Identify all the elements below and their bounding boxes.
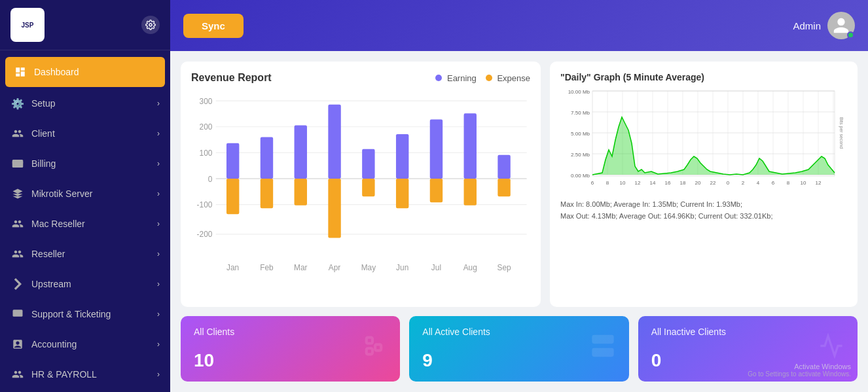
graph-stats: Max In: 8.00Mb; Average In: 1.35Mb; Curr…: [560, 199, 847, 222]
sidebar-item-setup[interactable]: ⚙️ Setup ›: [0, 88, 170, 118]
watermark-line1: Activate Windows: [748, 363, 851, 370]
svg-rect-27: [396, 179, 408, 208]
sidebar-navigation: Dashboard ⚙️ Setup › Client › Billing ›: [0, 50, 170, 392]
svg-text:20: 20: [695, 180, 701, 186]
svg-rect-25: [362, 179, 374, 196]
svg-rect-19: [261, 179, 273, 208]
svg-text:4: 4: [757, 180, 760, 186]
network-graph: 10.00 Mb 7.50 Mb 5.00 Mb 2.50 Mb 0.00 Mb…: [560, 88, 847, 296]
svg-text:6: 6: [591, 180, 594, 186]
svg-text:Jul: Jul: [431, 263, 441, 272]
sidebar-item-client[interactable]: Client ›: [0, 118, 170, 149]
content-area: Revenue Report Earning Expense: [170, 51, 868, 392]
sidebar-item-inventory[interactable]: Inventory Setup ›: [0, 389, 170, 392]
chevron-right-icon: ›: [157, 249, 160, 258]
sidebar-item-support[interactable]: Support & Ticketing ›: [0, 299, 170, 329]
svg-rect-24: [362, 149, 374, 179]
sidebar-item-label: Support & Ticketing: [31, 309, 111, 319]
svg-rect-29: [430, 179, 443, 202]
cpu-icon: [361, 333, 387, 365]
all-clients-card: All Clients 10: [181, 316, 400, 382]
expense-dot: [486, 75, 492, 81]
svg-text:10: 10: [801, 180, 806, 186]
svg-text:22: 22: [710, 180, 716, 186]
svg-text:8: 8: [606, 180, 609, 186]
sidebar-item-billing[interactable]: Billing ›: [0, 149, 170, 179]
svg-text:0: 0: [208, 174, 213, 183]
svg-text:100: 100: [200, 149, 213, 158]
svg-rect-33: [497, 179, 510, 196]
sidebar-item-label: Dashboard: [34, 67, 79, 77]
svg-text:14: 14: [650, 180, 656, 186]
svg-rect-16: [226, 143, 239, 179]
svg-text:May: May: [361, 263, 376, 272]
svg-rect-18: [261, 137, 273, 179]
accounting-icon: [10, 337, 25, 351]
svg-text:12: 12: [816, 180, 822, 186]
reseller-icon: [10, 247, 25, 261]
svg-text:10.00 Mb: 10.00 Mb: [568, 89, 590, 95]
svg-rect-26: [396, 134, 408, 179]
main-content: Sync Admin Revenue Report: [170, 0, 868, 392]
server-icon: [590, 333, 616, 365]
revenue-report-card: Revenue Report Earning Expense: [181, 62, 541, 307]
admin-section: Admin: [793, 12, 855, 39]
svg-rect-89: [592, 348, 613, 357]
activity-icon: [818, 333, 844, 365]
svg-text:Bits per second: Bits per second: [839, 117, 844, 149]
sidebar-item-label: Accounting: [31, 339, 77, 349]
svg-text:Sep: Sep: [497, 263, 511, 272]
svg-text:5.00 Mb: 5.00 Mb: [571, 131, 590, 137]
earning-label: Earning: [447, 73, 477, 83]
sidebar-item-label: Mac Reseller: [31, 219, 85, 229]
svg-text:16: 16: [665, 180, 671, 186]
sync-button[interactable]: Sync: [183, 14, 244, 38]
client-icon: [10, 126, 25, 141]
svg-text:Apr: Apr: [329, 263, 340, 272]
sidebar-item-upstream[interactable]: Upstream ›: [0, 269, 170, 299]
svg-text:Mar: Mar: [294, 263, 307, 272]
sidebar-logo: JSP: [0, 0, 170, 50]
chart-legend: Earning Expense: [435, 73, 530, 83]
svg-text:0.00 Mb: 0.00 Mb: [571, 173, 590, 179]
svg-point-0: [149, 24, 152, 26]
chevron-right-icon: ›: [157, 310, 160, 319]
svg-rect-30: [464, 113, 477, 179]
sidebar-item-hr-payroll[interactable]: HR & PAYROLL ›: [0, 359, 170, 389]
all-clients-title: All Clients: [194, 327, 387, 337]
sidebar-item-label: Reseller: [31, 249, 65, 259]
admin-label: Admin: [793, 20, 821, 31]
sidebar-item-label: Setup: [31, 98, 56, 109]
expense-label: Expense: [497, 73, 530, 83]
graph-stat-1: Max Out: 4.13Mb; Average Out: 164.96Kb; …: [560, 211, 847, 223]
revenue-title: Revenue Report: [191, 72, 272, 84]
setup-icon: ⚙️: [10, 96, 25, 111]
sidebar-item-dashboard[interactable]: Dashboard: [5, 57, 165, 87]
settings-icon[interactable]: [141, 16, 160, 34]
svg-rect-32: [497, 155, 510, 179]
svg-rect-23: [328, 179, 340, 238]
sidebar-item-reseller[interactable]: Reseller ›: [0, 239, 170, 269]
inactive-clients-title: All Inactive Clients: [651, 327, 844, 337]
graph-stat-0: Max In: 8.00Mb; Average In: 1.35Mb; Curr…: [560, 199, 847, 211]
svg-text:-200: -200: [197, 230, 213, 239]
support-icon: [10, 307, 25, 321]
svg-rect-21: [295, 179, 307, 205]
svg-rect-3: [13, 310, 23, 317]
sidebar-item-mikrotik[interactable]: Mikrotik Server ›: [0, 179, 170, 209]
svg-rect-22: [328, 105, 340, 179]
sidebar-item-label: Mikrotik Server: [31, 188, 92, 199]
sidebar-item-accounting[interactable]: Accounting ›: [0, 329, 170, 359]
watermark-line2: Go to Settings to activate Windows.: [748, 370, 851, 378]
sidebar-item-mac-reseller[interactable]: Mac Reseller ›: [0, 209, 170, 239]
svg-text:6: 6: [772, 180, 775, 186]
bar-chart: 300 200 100 0 -100 -200: [191, 89, 530, 296]
upstream-icon: [10, 277, 25, 291]
svg-rect-31: [464, 179, 477, 205]
top-row: Revenue Report Earning Expense: [181, 62, 858, 307]
sidebar: JSP Dashboard ⚙️ Setup › Client ›: [0, 0, 170, 392]
active-clients-title: All Active Clients: [422, 327, 615, 337]
earning-dot: [435, 75, 442, 81]
svg-text:7.50 Mb: 7.50 Mb: [571, 110, 590, 116]
svg-text:2.50 Mb: 2.50 Mb: [571, 152, 590, 158]
